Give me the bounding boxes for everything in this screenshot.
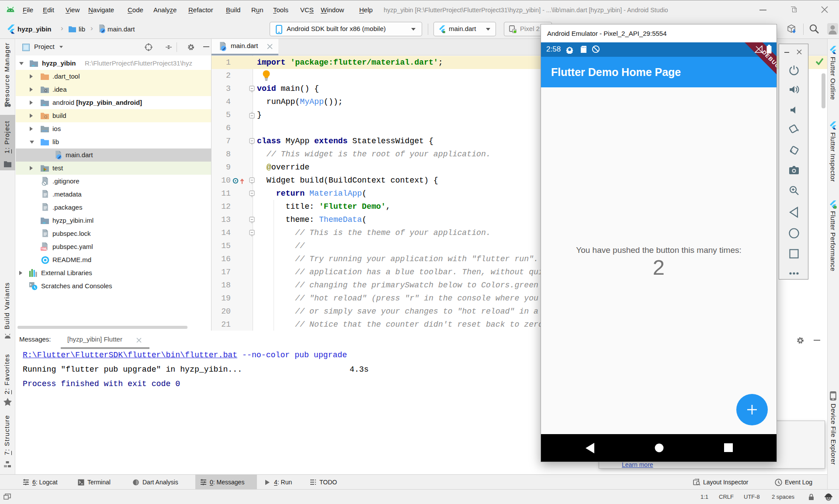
svg-text:YML: YML <box>41 247 47 250</box>
